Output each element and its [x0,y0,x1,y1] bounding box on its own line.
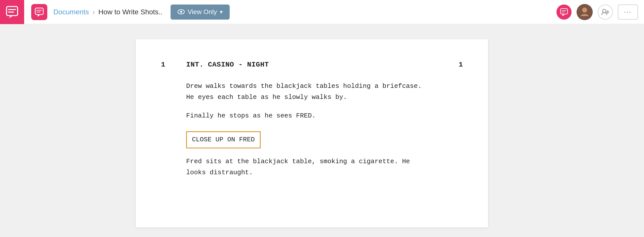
scene-number-left: 1 [161,59,171,71]
svg-rect-14 [577,16,593,20]
script-content: 1 INT. CASINO - NIGHT 1 Drew walks towar… [161,59,463,178]
document-icon-button[interactable] [31,4,47,20]
svg-rect-3 [35,8,43,15]
action-text-3: Fred sits at the blackjack table, smokin… [186,156,463,178]
right-sidebar [624,24,644,237]
chat-icon [35,8,44,17]
view-only-label: View Only [188,8,217,16]
breadcrumb-separator: › [93,8,95,16]
header-right-controls: ··· [556,4,638,20]
scene-number-right: 1 [459,59,463,71]
view-only-button[interactable]: View Only ▾ [171,5,230,20]
user-avatar[interactable] [577,4,593,20]
document-page: 1 INT. CASINO - NIGHT 1 Drew walks towar… [136,39,488,227]
svg-point-7 [180,11,182,13]
breadcrumb-current-doc: How to Write Shots.. [98,8,163,16]
scene-heading-text: INT. CASINO - NIGHT [186,59,269,71]
header: Documents › How to Write Shots.. View On… [0,0,644,24]
svg-rect-8 [560,9,568,14]
action-text-1: Drew walks towards the blackjack tables … [186,81,463,103]
shot-direction-box: CLOSE UP ON FRED [186,131,261,148]
document-area: 1 INT. CASINO - NIGHT 1 Drew walks towar… [0,24,624,237]
more-options-button[interactable]: ··· [618,5,638,20]
app-logo[interactable] [0,0,24,24]
chevron-down-icon: ▾ [220,9,223,15]
action-text-2: Finally he stops as he sees FRED. [186,110,463,121]
main-content: 1 INT. CASINO - NIGHT 1 Drew walks towar… [0,24,644,237]
chat-notification-icon[interactable] [556,5,572,20]
svg-rect-0 [7,7,18,16]
shot-text: CLOSE UP ON FRED [192,136,255,143]
scene-heading-left: 1 INT. CASINO - NIGHT [161,59,269,71]
scene-heading-row: 1 INT. CASINO - NIGHT 1 [161,59,463,71]
breadcrumb: Documents › How to Write Shots.. [53,8,163,16]
logo-icon [6,6,19,19]
svg-point-12 [582,8,587,13]
breadcrumb-documents-link[interactable]: Documents [53,8,89,16]
eye-icon [178,8,185,16]
add-user-icon[interactable] [598,5,613,20]
